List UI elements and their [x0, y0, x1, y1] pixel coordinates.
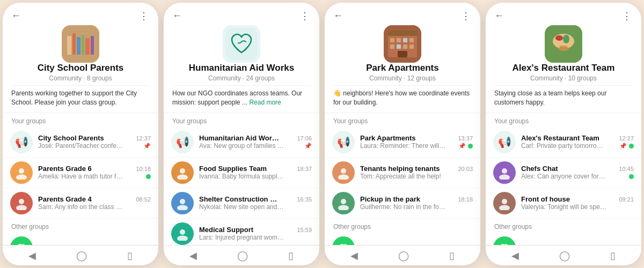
other-group-item[interactable]: Add group	[325, 233, 480, 245]
nav-back-icon[interactable]: ◀	[189, 250, 197, 262]
group-item[interactable]: 📢 Alex's Restaurant Team 12:27 Carl: Pri…	[486, 127, 641, 158]
group-name: Medical Support	[199, 226, 253, 234]
bottom-nav: ◀ ◯ ▯	[325, 245, 480, 265]
group-info: Shelter Construction Team 16:35 Nykolai:…	[199, 195, 312, 211]
group-info: Parents Grade 4 08:52 Sam: Any info on t…	[38, 195, 151, 211]
group-indicators: 📌	[143, 143, 151, 150]
svg-rect-37	[409, 44, 414, 49]
group-avatar	[171, 222, 194, 245]
back-button[interactable]: ←	[11, 10, 21, 21]
phone-header: ← ⋮ City School Parents Community · 8 gr…	[3, 3, 158, 113]
groups-section: Your groups 📢 City School Parents 12:37 …	[3, 113, 158, 245]
group-item[interactable]: 📢 Park Apartments 13:37 Laura: Reminder:…	[325, 127, 480, 158]
svg-point-24	[177, 235, 188, 241]
groups-section: Your groups 📢 Park Apartments 13:37 Laur…	[325, 113, 480, 245]
group-name: Food Supplies Team	[199, 165, 267, 173]
nav-back-icon[interactable]: ◀	[350, 250, 358, 262]
back-button[interactable]: ←	[172, 10, 182, 21]
svg-rect-38	[398, 51, 407, 57]
phone-top-bar: ← ⋮	[333, 10, 472, 22]
group-item[interactable]: 📢 City School Parents 12:37 José: Parent…	[3, 127, 158, 158]
nav-home-icon[interactable]: ◯	[76, 250, 87, 262]
group-item[interactable]: Parents Grade 4 08:52 Sam: Any info on t…	[3, 188, 158, 219]
group-item[interactable]: 📢 Humanitarian Aid Works 17:06 Ava: New …	[164, 127, 319, 158]
svg-point-8	[16, 174, 27, 180]
nav-recent-icon[interactable]: ▯	[610, 250, 616, 262]
your-groups-label: Your groups	[486, 113, 641, 127]
group-info: Alex's Restaurant Team 12:27 Carl: Priva…	[521, 134, 634, 150]
nav-home-icon[interactable]: ◯	[398, 250, 409, 262]
group-item[interactable]: Parents Grade 6 10:18 Amelia: Have a mat…	[3, 158, 158, 188]
svg-point-53	[563, 35, 569, 43]
group-item[interactable]: Food Supplies Team 18:37 Ivanna: Baby fo…	[164, 158, 319, 188]
community-avatar-building	[384, 25, 421, 63]
back-button[interactable]: ←	[494, 10, 504, 21]
group-time: 10:18	[136, 166, 151, 172]
phone-header: ← ⋮ Humanitarian Aid Works Community · 2…	[164, 3, 319, 113]
svg-point-40	[338, 174, 349, 180]
nav-recent-icon[interactable]: ▯	[127, 250, 133, 262]
more-menu-button[interactable]: ⋮	[139, 10, 150, 22]
svg-point-52	[555, 35, 563, 41]
svg-rect-6	[91, 36, 94, 55]
nav-recent-icon[interactable]: ▯	[288, 250, 294, 262]
megaphone-icon: 📢	[493, 131, 516, 153]
group-info: Humanitarian Aid Works 17:06 Ava: New gr…	[199, 134, 312, 150]
phone-top-bar: ← ⋮	[172, 10, 311, 22]
group-name: Alex's Restaurant Team	[521, 134, 599, 142]
group-item[interactable]: Tenants helping tenants 20:03 Tom: Appre…	[325, 158, 480, 188]
group-item[interactable]: Front of house 09:21 Valeryia: Tonight w…	[486, 188, 641, 219]
community-name: Park Apartments	[366, 63, 438, 73]
group-preview: Guilherme: No rain in the forecast!	[360, 203, 446, 211]
nav-recent-icon[interactable]: ▯	[449, 250, 455, 262]
nav-home-icon[interactable]: ◯	[237, 250, 248, 262]
svg-point-58	[502, 199, 507, 204]
phone-top-bar: ← ⋮	[494, 10, 633, 22]
group-item[interactable]: Medical Support 15:59 Lars: Injured preg…	[164, 219, 319, 245]
more-menu-button[interactable]: ⋮	[300, 10, 311, 22]
svg-point-39	[341, 168, 346, 174]
read-more-link[interactable]: Read more	[249, 99, 281, 106]
group-time: 08:52	[136, 196, 151, 203]
nav-back-icon[interactable]: ◀	[511, 250, 519, 262]
svg-rect-1	[67, 36, 71, 55]
nav-home-icon[interactable]: ◯	[559, 250, 570, 262]
svg-rect-31	[397, 38, 401, 42]
megaphone-icon: 📢	[171, 131, 194, 153]
svg-rect-35	[397, 44, 401, 49]
group-name: Parents Grade 4	[38, 195, 92, 203]
group-avatar	[171, 192, 194, 214]
group-info: City School Parents 12:37 José: Parent/T…	[38, 134, 151, 150]
group-preview: Carl: Private party tomorrow in...	[521, 142, 607, 150]
pin-icon: 📌	[619, 143, 627, 150]
nav-back-icon[interactable]: ◀	[28, 250, 36, 262]
group-info: Parents Grade 6 10:18 Amelia: Have a mat…	[38, 165, 151, 180]
group-time: 18:37	[297, 166, 312, 172]
community-meta: Community · 24 groups	[208, 75, 275, 82]
community-desc: 👋 neighbors! Here's how we coordinate ev…	[333, 85, 472, 109]
group-avatar	[171, 161, 194, 184]
svg-rect-18	[225, 28, 258, 60]
group-item[interactable]: Pickup in the park 18:18 Guilherme: No r…	[325, 188, 480, 219]
group-avatar	[493, 192, 516, 214]
pin-icon: 📌	[304, 143, 312, 150]
group-time: 16:35	[297, 196, 312, 203]
group-indicators: 📌	[619, 143, 634, 150]
svg-point-10	[16, 205, 27, 210]
group-time: 20:03	[458, 166, 473, 172]
group-item[interactable]: Chefs Chat 10:45 Alex: Can anyone cover …	[486, 158, 641, 188]
group-preview: Ava: New group of families waitin...	[199, 142, 285, 150]
your-groups-label: Your groups	[164, 113, 319, 127]
group-name: Parents Grade 6	[38, 165, 92, 173]
group-item[interactable]: Shelter Construction Team 16:35 Nykolai:…	[164, 188, 319, 219]
other-groups-label: Other groups	[3, 219, 158, 233]
phone-city-school: ← ⋮ City School Parents Community · 8 gr…	[3, 3, 158, 265]
other-group-item[interactable]: Add group	[486, 233, 641, 245]
community-meta: Community · 12 groups	[369, 75, 436, 82]
more-menu-button[interactable]: ⋮	[622, 10, 633, 22]
other-group-item[interactable]: Add group	[3, 233, 158, 245]
back-button[interactable]: ←	[333, 10, 343, 21]
group-time: 09:21	[619, 196, 634, 203]
more-menu-button[interactable]: ⋮	[461, 10, 472, 22]
group-time: 12:27	[619, 135, 634, 142]
